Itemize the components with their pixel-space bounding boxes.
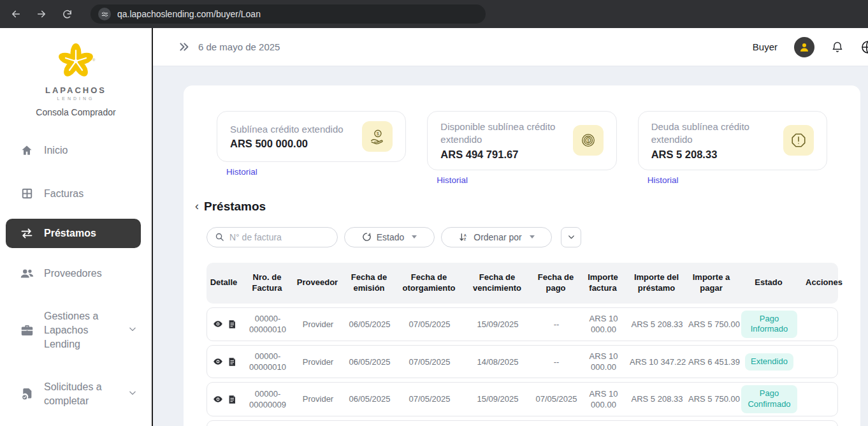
column-header: Importe del préstamo: [627, 268, 686, 298]
table-header-row: DetalleNro. de FacturaProveedorFecha de …: [206, 263, 838, 304]
table-row: 00000-00000010 Provider 06/05/2025 07/05…: [206, 345, 838, 378]
brand-subtitle: LENDING: [0, 96, 152, 101]
estado-filter-dropdown[interactable]: Estado: [344, 227, 435, 247]
invoice-search[interactable]: [206, 227, 338, 247]
sidebar-item-gestiones-a-lapachos-lending[interactable]: Gestiones a Lapachos Lending: [6, 302, 146, 358]
back-chevron-icon[interactable]: ‹: [195, 200, 199, 213]
status-badge: Pago Confirmado: [741, 385, 797, 413]
svg-text:$: $: [587, 138, 590, 143]
svg-text:Z: Z: [464, 237, 467, 241]
invoice-amount: ARS 10 000.00: [579, 348, 628, 376]
sidebar-item-label: Proveedores: [44, 267, 137, 281]
page-title-row: ‹ Préstamos: [195, 200, 860, 214]
svg-text:$: $: [377, 131, 379, 136]
status-badge: Pago Informado: [741, 311, 797, 339]
sidebar-item-inicio[interactable]: Inicio: [6, 136, 146, 165]
status-circle-icon: [362, 232, 372, 242]
due-date: 15/09/2025: [462, 391, 533, 408]
invoice-document-icon[interactable]: [228, 395, 236, 404]
browser-back-icon[interactable]: [9, 7, 23, 21]
historial-link[interactable]: Historial: [437, 175, 468, 185]
sidebar-item-pr-stamos[interactable]: Préstamos: [6, 219, 141, 248]
actions-cell: [801, 321, 848, 327]
invoice-document-icon[interactable]: [228, 357, 236, 367]
view-detail-eye-icon[interactable]: [213, 356, 223, 367]
avatar[interactable]: [794, 37, 814, 57]
url-text: qa.lapachoslending.com/buyer/Loan: [117, 9, 261, 19]
sidebar-item-solicitudes-a-completar[interactable]: Solicitudes a completar: [6, 372, 146, 415]
provider-name: Provider: [294, 391, 342, 408]
issue-date: 06/05/2025: [342, 354, 397, 371]
table-row: 00000-00000009 Provider 06/05/2025 07/05…: [206, 420, 838, 426]
console-label: Consola Comprador: [0, 107, 152, 117]
brand-name: LAPACHOS: [0, 85, 152, 95]
user-role-label: Buyer: [753, 41, 778, 52]
sidebar-item-label: Gestiones a Lapachos Lending: [44, 309, 118, 351]
amount-to-pay: ARS 6 451.39: [686, 354, 737, 371]
column-header: Nro. de Factura: [241, 268, 293, 298]
loan-amount: ARS 10 347.22: [628, 354, 686, 371]
summary-card-amount: ARS 5 208.33: [651, 149, 776, 161]
provider-name: Provider: [294, 316, 342, 333]
current-date: 6 de mayo de 2025: [198, 41, 280, 52]
browser-toolbar: qa.lapachoslending.com/buyer/Loan: [0, 0, 868, 28]
collapse-sidebar-icon[interactable]: [178, 42, 189, 52]
lapachos-flower-icon: ®: [53, 40, 99, 82]
main-panel: Sublínea crédito extendidoARS 500 000.00…: [184, 85, 860, 426]
chevron-down-icon: [128, 387, 137, 401]
payment-date: --: [533, 316, 579, 333]
historial-link[interactable]: Historial: [226, 167, 257, 177]
home-icon: [20, 144, 34, 157]
invoice-document-icon[interactable]: [228, 320, 236, 329]
actions-cell: [801, 397, 848, 402]
site-settings-icon[interactable]: [98, 8, 111, 20]
caret-down-icon: [412, 235, 417, 239]
column-header: Fecha de emisión: [342, 268, 396, 298]
sidebar-item-label: Préstamos: [44, 226, 132, 240]
view-detail-eye-icon[interactable]: [213, 319, 223, 329]
grant-date: 07/05/2025: [397, 354, 462, 371]
sidebar: ® LAPACHOS LENDING Consola Comprador Ini…: [0, 28, 153, 426]
amount-to-pay: ARS 5 750.00: [686, 316, 737, 333]
more-filters-button[interactable]: [561, 227, 581, 247]
search-icon: [215, 232, 224, 242]
loan-amount: ARS 5 208.33: [628, 391, 686, 408]
invoice-amount: ARS 10 000.00: [579, 386, 628, 413]
sidebar-item-proveedores[interactable]: Proveedores: [6, 259, 146, 288]
browser-reload-icon[interactable]: [60, 7, 74, 21]
sidebar-item-facturas[interactable]: Facturas: [6, 179, 146, 209]
summary-card-amount: ARS 500 000.00: [230, 138, 344, 150]
provider-name: Provider: [294, 354, 342, 371]
summary-card-wrap: Sublínea crédito extendidoARS 500 000.00…: [217, 111, 406, 186]
grant-date: 07/05/2025: [397, 316, 462, 333]
status-badge: Extendido: [745, 353, 793, 371]
due-date: 14/08/2025: [462, 354, 533, 371]
sidebar-item-label: Facturas: [44, 187, 137, 201]
column-header: Acciones: [800, 274, 848, 292]
issue-date: 06/05/2025: [342, 316, 397, 333]
amount-to-pay: ARS 5 750.00: [686, 391, 737, 408]
sidebar-item-label: Inicio: [44, 143, 137, 158]
view-detail-eye-icon[interactable]: [213, 394, 223, 404]
grant-date: 07/05/2025: [397, 391, 462, 408]
chevron-down-icon: [567, 233, 575, 241]
ordenar-por-label: Ordenar por: [474, 232, 521, 242]
address-bar[interactable]: qa.lapachoslending.com/buyer/Loan: [90, 4, 486, 24]
ordenar-por-dropdown[interactable]: AZ Ordenar por: [441, 227, 552, 247]
briefcase-icon: [20, 325, 34, 336]
summary-card-wrap: Deuda sublínea crédito extendidoARS 5 20…: [638, 111, 827, 186]
column-header: Estado: [737, 274, 800, 292]
browser-forward-icon[interactable]: [34, 7, 48, 21]
due-date: 15/09/2025: [462, 316, 533, 333]
person-icon: [799, 41, 810, 53]
invoice-number: 00000-00000009: [242, 386, 294, 413]
invoice-search-input[interactable]: [229, 232, 325, 242]
column-header: Importe a pagar: [686, 268, 737, 298]
summary-card: Disponible sublínea crédito extendidoARS…: [427, 111, 616, 170]
language-globe-icon[interactable]: [860, 40, 868, 55]
table-row: 00000-00000009 Provider 06/05/2025 07/05…: [206, 382, 838, 416]
column-header: Fecha de otorgamiento: [396, 268, 461, 298]
notifications-bell-icon[interactable]: [831, 41, 844, 54]
historial-link[interactable]: Historial: [647, 175, 679, 185]
actions-cell: [801, 359, 848, 364]
